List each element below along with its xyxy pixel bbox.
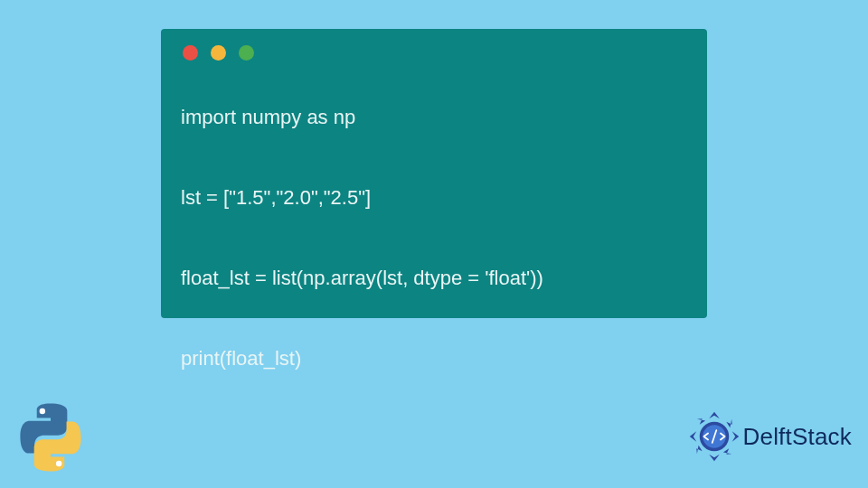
code-line: import numpy as np [181, 104, 687, 131]
svg-marker-7 [696, 446, 702, 454]
code-line: print(float_lst) [181, 345, 687, 372]
svg-point-1 [56, 461, 61, 466]
svg-marker-2 [709, 412, 720, 419]
code-line: float_lst = list(np.array(lst, dtype = '… [181, 265, 687, 292]
brand-name: DelftStack [743, 423, 853, 451]
code-snippet: import numpy as np lst = ["1.5","2.0","2… [181, 77, 687, 426]
window-controls [181, 45, 687, 61]
svg-marker-3 [726, 419, 731, 427]
svg-marker-4 [731, 431, 739, 442]
maximize-icon [239, 45, 254, 61]
svg-marker-6 [709, 455, 720, 462]
python-logo-icon [13, 399, 89, 475]
delftstack-logo-icon [688, 410, 741, 463]
minimize-icon [211, 45, 226, 61]
close-icon [183, 45, 198, 61]
svg-marker-8 [689, 431, 696, 442]
svg-marker-9 [696, 418, 704, 424]
code-window: import numpy as np lst = ["1.5","2.0","2… [161, 29, 707, 318]
delftstack-brand: DelftStack [688, 410, 853, 463]
svg-marker-5 [722, 448, 731, 454]
code-line: lst = ["1.5","2.0","2.5"] [181, 184, 687, 211]
svg-point-0 [40, 408, 45, 414]
